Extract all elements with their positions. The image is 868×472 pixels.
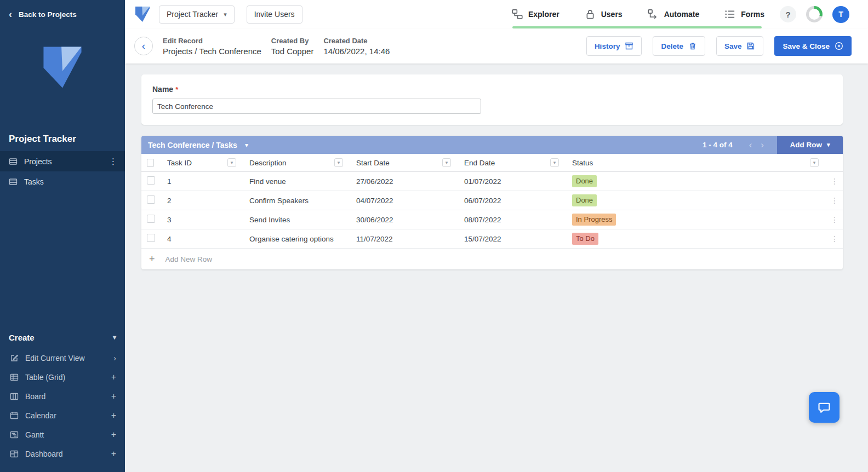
row-checkbox[interactable] (147, 234, 155, 242)
nav-item-explorer[interactable]: Explorer (512, 9, 559, 20)
workspace-selector[interactable]: Project Tracker ▾ (159, 5, 235, 24)
chevron-down-icon[interactable]: ▾ (245, 141, 248, 149)
help-button[interactable]: ? (780, 6, 796, 22)
row-kebab-icon[interactable]: ⋮ (831, 234, 838, 243)
row-checkbox[interactable] (147, 176, 155, 185)
column-menu-chevron-icon[interactable]: ▾ (442, 158, 451, 167)
sidebar-item-table-grid[interactable]: Table (Grid) + (0, 367, 125, 387)
cell-task-id: 2 (167, 197, 172, 205)
create-label: Create (9, 333, 35, 342)
plus-icon[interactable]: + (111, 411, 116, 420)
sidebar-item-board[interactable]: Board + (0, 387, 125, 406)
cell-end-date: 08/07/2022 (464, 216, 501, 224)
grid-body: 1 Find venue 27/06/2022 01/07/2022 Done … (141, 172, 843, 249)
column-header-status: Status ▾ (567, 154, 826, 171)
nav-item-automate[interactable]: Automate (648, 9, 700, 20)
sidebar-item-dashboard[interactable]: Dashboard + (0, 444, 125, 463)
status-badge: In Progress (572, 214, 616, 226)
column-menu-chevron-icon[interactable]: ▾ (550, 158, 559, 167)
plus-icon[interactable]: + (111, 373, 116, 382)
sidebar-item-label: Board (25, 392, 45, 401)
save-button[interactable]: Save (716, 36, 764, 56)
sidebar: ‹ Back to Projects Project Tracker Proje… (0, 0, 125, 472)
grid-title: Tech Conference / Tasks (148, 141, 237, 149)
grid-icon (10, 373, 19, 382)
grid-bar-right: 1 - 4 of 4 ‹ › Add Row ▾ (703, 136, 843, 154)
list-icon (724, 9, 735, 20)
workspace-selector-label: Project Tracker (167, 10, 218, 19)
row-kebab-icon[interactable]: ⋮ (831, 215, 838, 224)
row-kebab-icon[interactable]: ⋮ (831, 196, 838, 205)
usage-ring-icon[interactable] (806, 6, 823, 22)
select-all-checkbox[interactable] (147, 159, 154, 167)
kebab-icon[interactable]: ⋮ (109, 157, 117, 166)
cell-end-date: 01/07/2022 (464, 177, 501, 186)
column-menu-chevron-icon[interactable]: ▾ (334, 158, 343, 167)
user-avatar[interactable]: T (832, 6, 849, 23)
add-row-button[interactable]: Add Row ▾ (777, 136, 843, 154)
sidebar-item-edit-current-view[interactable]: Edit Current View › (0, 348, 125, 367)
back-to-projects-button[interactable]: ‹ Back to Projects (0, 0, 125, 28)
save-close-button[interactable]: Save & Close (774, 36, 852, 56)
row-range-label: 1 - 4 of 4 (703, 141, 733, 149)
cell-description: Find venue (249, 177, 286, 186)
archive-icon (625, 42, 633, 50)
create-section-header[interactable]: Create ▾ (0, 326, 125, 348)
back-button[interactable]: ‹ (134, 37, 153, 55)
sidebar-item-projects[interactable]: Projects ⋮ (0, 151, 125, 171)
nav-item-users[interactable]: Users (585, 9, 623, 20)
column-header-task-id: Task ID ▾ (162, 154, 244, 171)
column-header-description: Description ▾ (244, 154, 351, 171)
sidebar-item-label: Tasks (24, 177, 44, 186)
table-row[interactable]: 2 Confirm Speakers 04/07/2022 06/07/2022… (141, 191, 843, 210)
column-menu-chevron-icon[interactable]: ▾ (227, 158, 236, 167)
delete-button[interactable]: Delete (653, 36, 705, 56)
add-new-row-label: Add New Row (165, 255, 213, 263)
prev-page-button[interactable]: ‹ (749, 140, 752, 149)
table-icon (9, 177, 18, 186)
chevron-left-icon: ‹ (9, 9, 12, 19)
created-by-label: Created By (271, 37, 314, 45)
save-icon (746, 42, 755, 50)
app-logo-icon (133, 5, 152, 24)
topbar-nav: Explorer Users Automate Forms (512, 9, 764, 20)
sidebar-item-label: Dashboard (25, 450, 63, 458)
add-new-row-button[interactable]: + Add New Row (141, 249, 843, 269)
table-row[interactable]: 3 Send Invites 30/06/2022 08/07/2022 In … (141, 210, 843, 229)
table-row[interactable]: 4 Organise catering options 11/07/2022 1… (141, 229, 843, 249)
table-icon (9, 157, 18, 166)
chevron-down-icon: ▾ (224, 11, 227, 18)
history-label: History (595, 42, 620, 50)
sidebar-item-tasks[interactable]: Tasks (0, 171, 125, 192)
sidebar-item-gantt[interactable]: Gantt + (0, 425, 125, 444)
plus-icon[interactable]: + (111, 450, 116, 458)
invite-users-button[interactable]: Invite Users (247, 5, 302, 24)
row-checkbox[interactable] (147, 195, 155, 204)
column-menu-chevron-icon[interactable]: ▾ (810, 158, 819, 167)
required-asterisk: * (175, 85, 178, 94)
invite-users-label: Invite Users (254, 10, 295, 19)
sidebar-item-label: Gantt (25, 430, 44, 439)
next-page-button[interactable]: › (761, 140, 764, 149)
plus-icon[interactable]: + (111, 392, 116, 401)
breadcrumb: Projects / Tech Conference (163, 47, 261, 56)
name-input[interactable] (152, 99, 481, 114)
lock-icon (585, 9, 596, 20)
nav-item-forms[interactable]: Forms (724, 9, 764, 20)
plus-icon[interactable]: + (111, 430, 116, 439)
board-icon (10, 392, 19, 401)
column-header-end-date: End Date ▾ (459, 154, 567, 171)
trash-icon (688, 42, 697, 50)
row-checkbox[interactable] (147, 215, 155, 223)
table-row[interactable]: 1 Find venue 27/06/2022 01/07/2022 Done … (141, 172, 843, 191)
chat-launcher-button[interactable] (809, 392, 840, 423)
content-area: Name* Tech Conference / Tasks ▾ 1 - 4 of… (125, 64, 868, 472)
delete-label: Delete (661, 42, 683, 50)
mode-label: Edit Record (163, 37, 261, 45)
save-close-label: Save & Close (783, 42, 830, 50)
cell-start-date: 11/07/2022 (356, 235, 393, 243)
sidebar-item-calendar[interactable]: Calendar + (0, 406, 125, 425)
row-kebab-icon[interactable]: ⋮ (831, 177, 838, 186)
history-button[interactable]: History (586, 36, 642, 56)
dashboard-icon (10, 450, 19, 458)
